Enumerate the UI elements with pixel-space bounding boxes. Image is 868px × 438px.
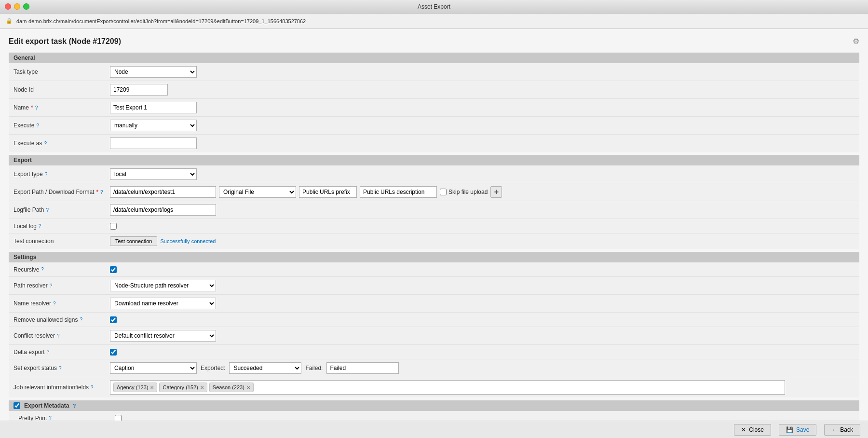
path-resolver-label: Path resolver ? — [14, 282, 110, 289]
main-content: Edit export task (Node #17209) ⚙ General… — [0, 29, 868, 438]
public-url-prefix-input[interactable] — [299, 186, 357, 198]
add-export-path-button[interactable]: + — [490, 186, 502, 198]
close-button[interactable] — [5, 3, 11, 10]
execute-help-icon[interactable]: ? — [36, 123, 39, 128]
tag-category: Category (152) ✕ — [159, 383, 207, 392]
delta-export-control — [110, 349, 854, 356]
name-resolver-select[interactable]: Download name resolver Original name res… — [110, 298, 216, 309]
local-log-checkbox[interactable] — [110, 223, 117, 230]
local-log-help-icon[interactable]: ? — [39, 223, 41, 229]
name-label: Name * ? — [14, 104, 110, 111]
general-section: Task type Node Category Search Node Id — [9, 63, 859, 152]
tag-category-remove[interactable]: ✕ — [200, 385, 204, 390]
export-path-control: Original File Preview Thumbnail Skip fil… — [110, 186, 854, 198]
task-type-control: Node Category Search — [110, 66, 854, 78]
execute-as-input[interactable] — [110, 137, 197, 149]
local-log-label: Local log ? — [14, 223, 110, 230]
pretty-print-help-icon[interactable]: ? — [49, 415, 52, 421]
delta-export-help-icon[interactable]: ? — [47, 349, 50, 355]
name-resolver-row: Name resolver ? Download name resolver O… — [9, 295, 859, 313]
execute-as-control — [110, 137, 854, 149]
remove-unallowed-checkbox[interactable] — [110, 316, 117, 323]
test-connection-button[interactable]: Test connection — [110, 236, 157, 246]
remove-unallowed-help-icon[interactable]: ? — [80, 317, 82, 322]
public-url-desc-input[interactable] — [360, 186, 437, 198]
job-info-tag-container[interactable]: Agency (123) ✕ Category (152) ✕ Season (… — [110, 380, 785, 395]
titlebar: Asset Export — [0, 0, 868, 14]
node-id-control — [110, 84, 854, 96]
name-resolver-control: Download name resolver Original name res… — [110, 298, 854, 309]
conflict-resolver-row: Conflict resolver ? Default conflict res… — [9, 327, 859, 345]
close-icon: ✕ — [741, 426, 746, 433]
failed-input[interactable] — [326, 362, 399, 374]
addressbar: 🔒 dam-demo.brix.ch/main/documentExport/c… — [0, 14, 868, 29]
exported-label: Exported: — [201, 365, 225, 371]
name-input[interactable] — [110, 102, 197, 113]
export-path-required: * — [96, 189, 98, 195]
tag-season: Season (223) ✕ — [209, 383, 254, 392]
execute-as-label: Execute as ? — [14, 140, 110, 147]
save-button-toolbar[interactable]: 💾 Save — [779, 424, 816, 436]
back-icon: ← — [831, 426, 837, 433]
node-id-row: Node Id — [9, 81, 859, 99]
path-resolver-select[interactable]: Node-Structure path resolver Flat path r… — [110, 280, 216, 291]
recursive-checkbox[interactable] — [110, 266, 117, 273]
settings-section-header: Settings — [9, 252, 859, 262]
caption-select[interactable]: Caption Title Description — [110, 362, 197, 374]
conflict-resolver-select[interactable]: Default conflict resolver Skip conflict … — [110, 330, 216, 342]
execute-row: Execute ? manually scheduled on event — [9, 117, 859, 135]
delta-export-checkbox[interactable] — [110, 349, 117, 356]
tag-agency-remove[interactable]: ✕ — [150, 385, 154, 390]
export-path-help-icon[interactable]: ? — [100, 190, 103, 195]
recursive-help-icon[interactable]: ? — [41, 267, 44, 272]
bottom-toolbar: ✕ Close 💾 Save ← Back — [0, 421, 868, 438]
export-type-row: Export type ? local ftp s3 — [9, 165, 859, 183]
task-type-label: Task type — [14, 68, 110, 75]
recursive-row: Recursive ? — [9, 262, 859, 277]
logfile-help-icon[interactable]: ? — [46, 207, 49, 213]
logfile-path-label: Logfile Path ? — [14, 206, 110, 213]
delta-export-row: Delta export ? — [9, 345, 859, 359]
page-header: Edit export task (Node #17209) ⚙ — [9, 37, 859, 46]
succeeded-select[interactable]: Succeeded Failed Pending — [229, 362, 301, 374]
export-metadata-checkbox[interactable] — [14, 402, 20, 409]
path-resolver-control: Node-Structure path resolver Flat path r… — [110, 280, 854, 291]
general-section-header: General — [9, 53, 859, 63]
logfile-path-input[interactable] — [110, 204, 216, 216]
settings-icon[interactable]: ⚙ — [853, 37, 859, 46]
tag-season-remove[interactable]: ✕ — [246, 385, 250, 390]
export-metadata-section-header: Export Metadata ? — [9, 400, 859, 411]
name-help-icon[interactable]: ? — [35, 105, 38, 110]
export-type-help-icon[interactable]: ? — [45, 172, 48, 177]
execute-as-help-icon[interactable]: ? — [44, 141, 47, 146]
name-control — [110, 102, 854, 113]
download-format-select[interactable]: Original File Preview Thumbnail — [219, 186, 296, 198]
node-id-input[interactable] — [110, 84, 168, 96]
test-connection-row: Test connection Test connection Successf… — [9, 233, 859, 249]
task-type-select[interactable]: Node Category Search — [110, 66, 197, 78]
name-resolver-help-icon[interactable]: ? — [53, 301, 56, 306]
failed-label: Failed: — [305, 365, 323, 371]
execute-select[interactable]: manually scheduled on event — [110, 120, 197, 131]
execute-as-row: Execute as ? — [9, 135, 859, 152]
job-info-label: Job relevant informationfields ? — [14, 384, 110, 391]
name-resolver-label: Name resolver ? — [14, 300, 110, 307]
set-export-status-help-icon[interactable]: ? — [59, 366, 62, 371]
back-button-toolbar[interactable]: ← Back — [824, 424, 860, 436]
skip-file-upload-checkbox[interactable] — [440, 189, 447, 195]
job-info-help-icon[interactable]: ? — [91, 385, 94, 390]
delta-export-label: Delta export ? — [14, 349, 110, 356]
node-id-label: Node Id — [14, 86, 110, 93]
export-path-input[interactable] — [110, 186, 216, 198]
export-type-label: Export type ? — [14, 171, 110, 178]
minimize-button[interactable] — [14, 3, 20, 10]
close-button-toolbar[interactable]: ✕ Close — [734, 424, 771, 436]
url-text: dam-demo.brix.ch/main/documentExport/con… — [16, 18, 306, 24]
export-type-select[interactable]: local ftp s3 — [110, 168, 197, 180]
conflict-resolver-help-icon[interactable]: ? — [57, 333, 60, 339]
logfile-path-row: Logfile Path ? — [9, 201, 859, 219]
maximize-button[interactable] — [23, 3, 29, 10]
export-metadata-help-icon[interactable]: ? — [73, 403, 76, 409]
path-resolver-help-icon[interactable]: ? — [50, 283, 53, 288]
recursive-label: Recursive ? — [14, 266, 110, 273]
